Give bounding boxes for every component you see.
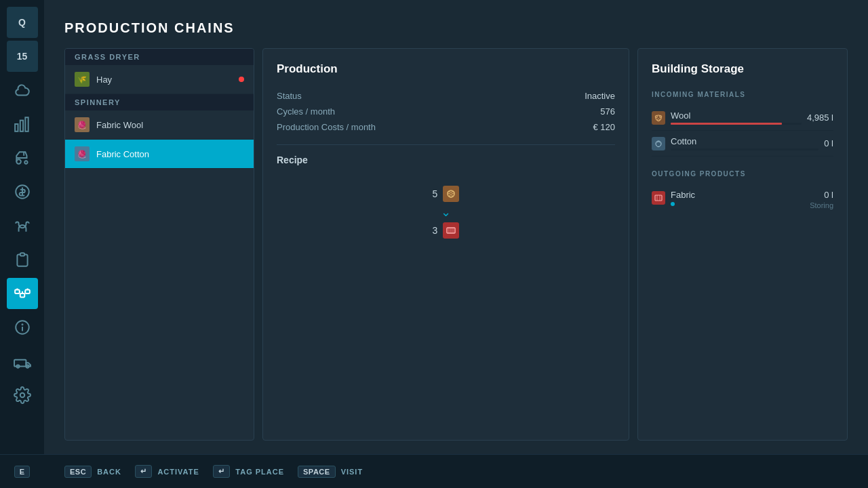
fabric-label: Fabric [671, 190, 804, 200]
svg-rect-2 [25, 117, 28, 131]
recipe-fabric-icon [443, 222, 459, 239]
cotton-progress-container [671, 148, 818, 150]
corner-e-badge: E [14, 466, 30, 478]
stat-label-cycles: Cycles / month [277, 106, 335, 117]
recipe-output-count: 3 [433, 225, 438, 236]
sidebar-item-tractor[interactable] [7, 142, 38, 174]
recipe-arrow-down: ⌄ [441, 205, 451, 220]
svg-point-3 [16, 159, 20, 164]
activate-badge: ↵ [135, 465, 153, 478]
hay-icon: 🌾 [75, 72, 90, 87]
chain-section-spinnery: SPINNERY [65, 94, 254, 110]
material-row-wool: Wool 4,985 l [652, 105, 833, 131]
material-row-cotton: Cotton 0 l [652, 131, 833, 157]
wool-progress-bar [671, 123, 782, 125]
stat-label-costs: Production Costs / month [277, 122, 376, 132]
esc-label: BACK [97, 468, 121, 476]
material-row-fabric: Fabric 0 l Storing [652, 184, 833, 215]
hotkey-activate: ↵ ACTIVATE [135, 465, 199, 478]
chains-panel: GRASS DRYER 🌾 Hay SPINNERY 🧶 Fabric Wool… [64, 48, 254, 441]
cotton-value: 0 l [824, 138, 833, 148]
sidebar-item-production-chains[interactable] [7, 278, 38, 309]
outgoing-header: OUTGOING PRODUCTS [652, 170, 833, 178]
fabric-wool-label: Fabric Wool [96, 120, 244, 130]
svg-point-15 [20, 393, 24, 398]
chain-item-fabric-cotton[interactable]: 🧶 Fabric Cotton [65, 140, 254, 169]
recipe-title: Recipe [277, 155, 615, 165]
stat-label-status: Status [277, 91, 302, 101]
stat-value-costs: € 120 [593, 122, 615, 132]
fabric-wool-icon: 🧶 [75, 117, 90, 132]
wool-icon [652, 111, 665, 125]
visit-badge: SPACE [298, 466, 336, 478]
building-storage-title: Building Storage [652, 62, 833, 76]
sidebar-item-stats[interactable] [7, 108, 38, 140]
page-title: PRODUCTION CHAINS [64, 20, 848, 36]
wool-col: Wool [671, 110, 802, 125]
recipe-input: 5 [433, 186, 460, 202]
sidebar: Q 15 [0, 0, 44, 488]
bottom-bar: ESC BACK ↵ ACTIVATE ↵ TAG PLACE SPACE VI… [44, 454, 868, 488]
activate-label: ACTIVATE [157, 468, 199, 476]
stat-row-costs: Production Costs / month € 120 [277, 119, 615, 135]
cotton-col: Cotton [671, 136, 818, 150]
fabric-right: 0 l Storing [810, 190, 833, 209]
svg-rect-12 [14, 360, 26, 367]
wool-label: Wool [671, 110, 802, 121]
chain-item-hay[interactable]: 🌾 Hay [65, 65, 254, 94]
incoming-header: INCOMING MATERIALS [652, 91, 833, 98]
fabric-dot [671, 202, 675, 206]
recipe-output: 3 [433, 222, 460, 239]
wool-value: 4,985 l [807, 113, 833, 123]
svg-rect-6 [15, 290, 20, 293]
svg-point-4 [24, 161, 27, 163]
cotton-label: Cotton [671, 136, 818, 146]
sidebar-item-dollar[interactable] [7, 176, 38, 207]
chain-item-fabric-wool[interactable]: 🧶 Fabric Wool [65, 110, 254, 140]
sidebar-item-info[interactable] [7, 312, 38, 343]
svg-rect-7 [25, 290, 30, 293]
main-content: PRODUCTION CHAINS GRASS DRYER 🌾 Hay SPIN… [44, 0, 868, 454]
stat-value-cycles: 576 [600, 106, 615, 117]
visit-label: VISIT [341, 468, 363, 476]
sidebar-item-q[interactable]: Q [7, 7, 38, 38]
fabric-cotton-icon: 🧶 [75, 146, 90, 161]
corner-badge-container: E [0, 454, 44, 488]
stat-row-status: Status Inactive [277, 88, 615, 104]
fabric-icon [652, 191, 665, 205]
sidebar-item-animals[interactable] [7, 210, 38, 241]
sidebar-item-calendar[interactable]: 15 [7, 41, 38, 72]
cotton-left: Cotton [652, 136, 818, 150]
sidebar-item-vehicles[interactable] [7, 346, 38, 377]
wool-left: Wool [652, 110, 802, 125]
spacer [652, 157, 833, 167]
sidebar-item-weather[interactable] [7, 75, 38, 106]
hotkey-visit: SPACE VISIT [298, 466, 363, 478]
hotkey-tag: ↵ TAG PLACE [213, 465, 284, 478]
fabric-cotton-label: Fabric Cotton [96, 149, 244, 159]
production-title: Production [277, 62, 615, 76]
svg-rect-0 [15, 124, 18, 131]
svg-rect-28 [655, 195, 662, 201]
cotton-icon [652, 137, 665, 150]
tag-label: TAG PLACE [235, 468, 284, 476]
production-panel: Production Status Inactive Cycles / mont… [262, 48, 629, 441]
tag-badge: ↵ [213, 465, 231, 478]
recipe-input-count: 5 [433, 188, 438, 199]
svg-rect-8 [20, 293, 24, 297]
svg-point-10 [22, 324, 22, 325]
stat-value-status: Inactive [585, 91, 615, 101]
stat-row-cycles: Cycles / month 576 [277, 104, 615, 119]
panels-row: GRASS DRYER 🌾 Hay SPINNERY 🧶 Fabric Wool… [64, 48, 848, 441]
chain-section-grass-dryer: GRASS DRYER [65, 49, 254, 65]
storage-panel: Building Storage INCOMING MATERIALS Wo [637, 48, 848, 441]
hay-label: Hay [96, 75, 232, 85]
hotkey-esc: ESC BACK [64, 466, 121, 478]
wool-progress-container [671, 123, 802, 125]
sidebar-item-settings[interactable] [7, 380, 38, 411]
svg-rect-1 [20, 121, 22, 131]
sidebar-item-tasks[interactable] [7, 244, 38, 275]
divider [277, 144, 615, 145]
hay-alert-dot [239, 77, 244, 82]
fabric-value: 0 l [824, 190, 833, 200]
